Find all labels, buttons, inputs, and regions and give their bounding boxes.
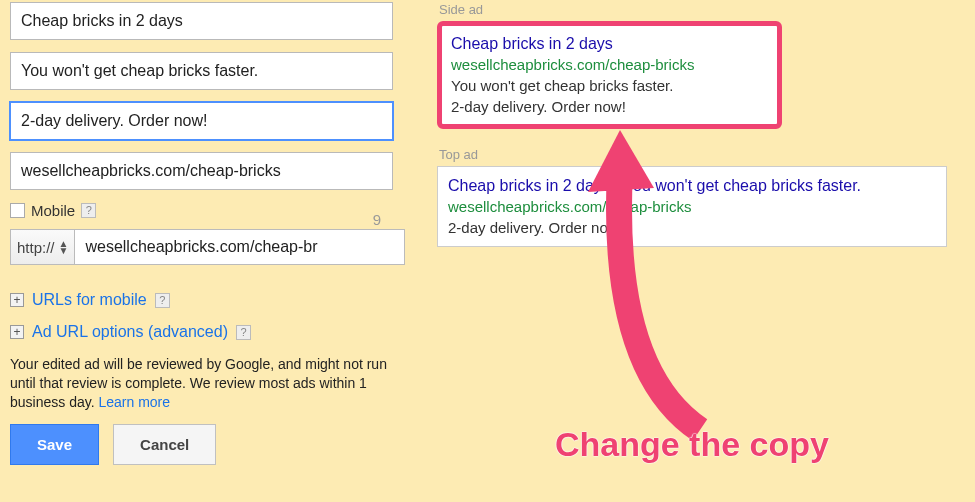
- display-url-input[interactable]: [10, 152, 393, 190]
- protocol-select[interactable]: http:// ▲▼: [10, 229, 75, 265]
- plus-icon: +: [10, 325, 24, 339]
- mobile-label: Mobile: [31, 202, 75, 219]
- dropdown-arrows-icon: ▲▼: [59, 240, 69, 254]
- review-note: Your edited ad will be reviewed by Googl…: [10, 355, 405, 412]
- expand-urls-mobile[interactable]: + URLs for mobile ?: [10, 291, 405, 309]
- annotation-arrow-icon: [550, 130, 770, 450]
- final-url-input[interactable]: [75, 229, 405, 265]
- plus-icon: +: [10, 293, 24, 307]
- desc2-input[interactable]: [10, 102, 393, 140]
- side-ad-headline: Cheap bricks in 2 days: [451, 33, 768, 54]
- mobile-row: Mobile ?: [10, 202, 405, 219]
- mobile-checkbox[interactable]: [10, 203, 25, 218]
- headline-input[interactable]: [10, 2, 393, 40]
- side-ad-line1: You won't get cheap bricks faster.: [451, 75, 768, 96]
- side-ad-url: wesellcheapbricks.com/cheap-bricks: [451, 54, 768, 75]
- svg-marker-0: [588, 130, 654, 192]
- protocol-value: http://: [17, 239, 55, 256]
- desc2-char-count: 9: [373, 211, 381, 228]
- side-ad-label: Side ad: [439, 2, 957, 17]
- learn-more-link[interactable]: Learn more: [98, 394, 170, 410]
- expand-ad-url-options[interactable]: + Ad URL options (advanced) ?: [10, 323, 405, 341]
- expand-urls-mobile-label: URLs for mobile: [32, 291, 147, 309]
- side-ad-preview: Cheap bricks in 2 days wesellcheapbricks…: [437, 21, 782, 129]
- desc1-input[interactable]: [10, 52, 393, 90]
- final-url-row: http:// ▲▼: [10, 229, 405, 265]
- annotation-text: Change the copy: [555, 425, 829, 464]
- side-ad-line2: 2-day delivery. Order now!: [451, 96, 768, 117]
- expand-ad-url-options-label: Ad URL options (advanced): [32, 323, 228, 341]
- help-icon[interactable]: ?: [155, 293, 170, 308]
- help-icon[interactable]: ?: [81, 203, 96, 218]
- save-button[interactable]: Save: [10, 424, 99, 465]
- cancel-button[interactable]: Cancel: [113, 424, 216, 465]
- help-icon[interactable]: ?: [236, 325, 251, 340]
